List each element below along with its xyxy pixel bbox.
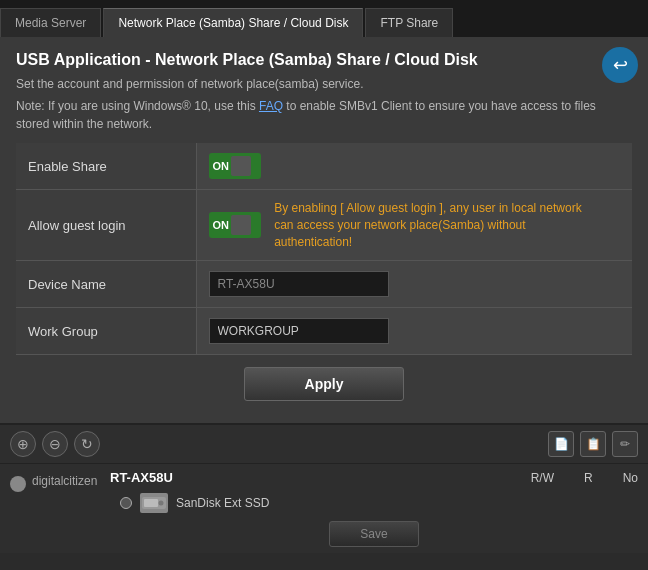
back-button[interactable]: ↩ xyxy=(602,47,638,83)
bottom-toolbar: ⊕ ⊖ ↻ 📄 📋 ✏ xyxy=(0,425,648,464)
tab-samba-label: Network Place (Samba) Share / Cloud Disk xyxy=(118,16,348,30)
tab-ftp-share[interactable]: FTP Share xyxy=(365,8,453,37)
allow-guest-toggle[interactable]: ON xyxy=(209,212,261,238)
device-section: RT-AX58U R/W R No SanDisk Ext SSD xyxy=(110,470,638,547)
tab-bar: Media Server Network Place (Samba) Share… xyxy=(0,0,648,37)
device-header: RT-AX58U R/W R No xyxy=(110,470,638,485)
col-r: R xyxy=(584,471,593,485)
refresh-icon: ↻ xyxy=(81,436,93,452)
apply-button[interactable]: Apply xyxy=(244,367,405,401)
file2-icon: 📋 xyxy=(586,437,601,451)
tab-media-server[interactable]: Media Server xyxy=(0,8,101,37)
remove-button[interactable]: ⊖ xyxy=(42,431,68,457)
edit-button[interactable]: ✏ xyxy=(612,431,638,457)
col-rw: R/W xyxy=(531,471,554,485)
svg-rect-1 xyxy=(144,499,158,507)
add-button[interactable]: ⊕ xyxy=(10,431,36,457)
device-name-input[interactable] xyxy=(209,271,389,297)
tab-samba-share[interactable]: Network Place (Samba) Share / Cloud Disk xyxy=(103,8,363,37)
refresh-button[interactable]: ↻ xyxy=(74,431,100,457)
remove-icon: ⊖ xyxy=(49,436,61,452)
apply-row: Apply xyxy=(16,355,632,413)
guest-note: By enabling [ Allow guest login ], any u… xyxy=(274,200,594,250)
add-icon: ⊕ xyxy=(17,436,29,452)
save-section: Save xyxy=(110,521,638,547)
allow-guest-on-label: ON xyxy=(213,219,230,231)
drive-icon xyxy=(140,493,168,513)
allow-guest-label: Allow guest login xyxy=(16,190,196,261)
enable-share-value: ON xyxy=(196,143,632,190)
allow-guest-knob xyxy=(231,215,251,235)
device-name-display: RT-AX58U xyxy=(110,470,531,485)
file1-button[interactable]: 📄 xyxy=(548,431,574,457)
drive-row: SanDisk Ext SSD xyxy=(110,493,638,513)
allow-guest-row: Allow guest login ON By enabling [ Allow… xyxy=(16,190,632,261)
col-no: No xyxy=(623,471,638,485)
enable-share-label: Enable Share xyxy=(16,143,196,190)
user-column: digitalcitizen xyxy=(10,470,110,547)
enable-share-knob xyxy=(231,156,251,176)
work-group-row: Work Group xyxy=(16,308,632,355)
edit-icon: ✏ xyxy=(620,437,630,451)
user-avatar xyxy=(10,476,26,492)
drive-radio[interactable] xyxy=(120,497,132,509)
file1-icon: 📄 xyxy=(554,437,569,451)
device-name-label: Device Name xyxy=(16,261,196,308)
work-group-value xyxy=(196,308,632,355)
tab-media-server-label: Media Server xyxy=(15,16,86,30)
bottom-section: ⊕ ⊖ ↻ 📄 📋 ✏ digitalcitizen xyxy=(0,423,648,553)
device-name-row: Device Name xyxy=(16,261,632,308)
file2-button[interactable]: 📋 xyxy=(580,431,606,457)
allow-guest-value: ON By enabling [ Allow guest login ], an… xyxy=(196,190,632,261)
enable-share-row: Enable Share ON xyxy=(16,143,632,190)
drive-label: SanDisk Ext SSD xyxy=(176,496,269,510)
enable-share-toggle[interactable]: ON xyxy=(209,153,261,179)
description: Set the account and permission of networ… xyxy=(16,77,632,91)
user-list: digitalcitizen RT-AX58U R/W R No xyxy=(0,464,648,553)
toolbar-left: ⊕ ⊖ ↻ xyxy=(10,431,100,457)
work-group-input[interactable] xyxy=(209,318,389,344)
enable-share-on-label: ON xyxy=(213,160,230,172)
save-button[interactable]: Save xyxy=(329,521,418,547)
faq-link[interactable]: FAQ xyxy=(259,99,283,113)
col-headers: R/W R No xyxy=(531,471,638,485)
toolbar-right: 📄 📋 ✏ xyxy=(548,431,638,457)
work-group-label: Work Group xyxy=(16,308,196,355)
page-title: USB Application - Network Place (Samba) … xyxy=(16,51,632,69)
username: digitalcitizen xyxy=(32,474,97,488)
svg-point-2 xyxy=(159,501,164,506)
settings-table: Enable Share ON Allow guest login ON By … xyxy=(16,143,632,355)
device-name-value xyxy=(196,261,632,308)
tab-ftp-label: FTP Share xyxy=(380,16,438,30)
note: Note: If you are using Windows® 10, use … xyxy=(16,97,632,133)
main-content: USB Application - Network Place (Samba) … xyxy=(0,37,648,423)
